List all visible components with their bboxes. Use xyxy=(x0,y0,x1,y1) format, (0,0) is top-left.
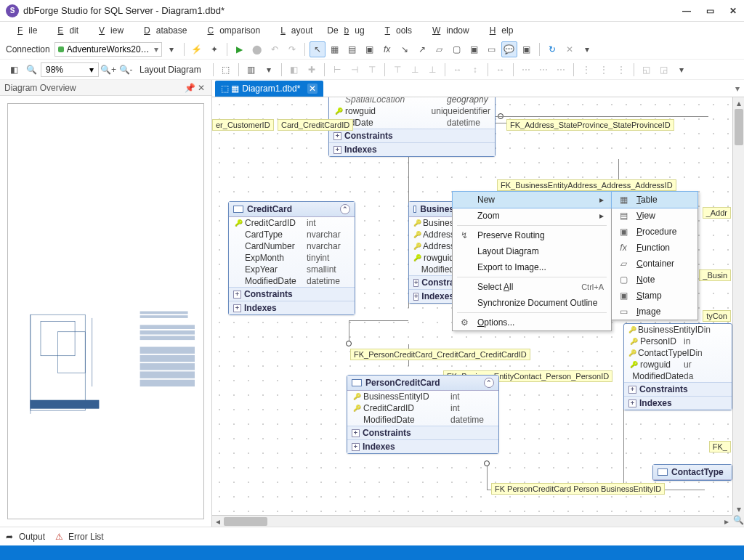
delete-button[interactable]: ✕ xyxy=(562,41,578,57)
function-tool-icon[interactable]: fx xyxy=(379,41,395,57)
pointer-tool-icon[interactable]: ↖ xyxy=(310,41,326,57)
image-tool-icon[interactable]: ▭ xyxy=(484,41,500,57)
align-bottom-icon[interactable]: ⊥ xyxy=(424,62,440,78)
expand-icon[interactable]: + xyxy=(352,443,360,451)
panel-close-icon[interactable]: ✕ xyxy=(195,83,207,93)
panel-output[interactable]: ➦ Output xyxy=(6,532,45,542)
menu-database[interactable]: Database xyxy=(132,24,193,37)
maximize-button[interactable]: ▭ xyxy=(705,6,715,16)
zoom-in-icon[interactable]: 🔍+ xyxy=(100,62,116,78)
same-width-icon[interactable]: ↔ xyxy=(493,62,509,78)
ctx-export-image[interactable]: Export to Image... xyxy=(453,259,611,275)
sub-function[interactable]: fxFunction xyxy=(612,240,698,256)
tab-close-icon[interactable]: ✕ xyxy=(307,84,318,94)
space-h2-icon[interactable]: ⋯ xyxy=(535,62,551,78)
zoom-out-icon[interactable]: 🔍- xyxy=(118,62,134,78)
plug-icon[interactable]: ⚡ xyxy=(189,41,205,57)
sub-container[interactable]: ▱Container xyxy=(612,256,698,272)
view-tool-icon[interactable]: ▤ xyxy=(344,41,360,57)
sub-view[interactable]: ▤View xyxy=(612,208,698,224)
menu-window[interactable]: Window xyxy=(421,24,475,37)
space-v3-icon[interactable]: ⋮ xyxy=(613,62,629,78)
redo-button[interactable]: ↷ xyxy=(284,41,300,57)
expand-icon[interactable]: + xyxy=(352,429,360,437)
container-tool-icon[interactable]: ▱ xyxy=(432,41,448,57)
comment-tool-icon[interactable]: 💬 xyxy=(501,41,517,57)
ctx-new[interactable]: New▸ ▦Table ▤View ▣Procedure fxFunction … xyxy=(452,191,612,208)
ctx-layout-diagram[interactable]: Layout Diagram xyxy=(453,243,611,259)
align-add-icon[interactable]: ✚ xyxy=(304,62,320,78)
expand-icon[interactable]: + xyxy=(628,399,636,407)
search-icon[interactable]: 🔍 xyxy=(23,62,39,78)
space-v-icon[interactable]: ⋮ xyxy=(578,62,594,78)
ctx-select-all[interactable]: Select AllCtrl+A xyxy=(453,279,611,295)
tab-diagram1[interactable]: ⬚ ▦ Diagram1.dbd* ✕ xyxy=(215,81,323,97)
send-back-icon[interactable]: ◱ xyxy=(639,62,655,78)
expand-icon[interactable]: + xyxy=(233,291,241,299)
pin-icon[interactable]: 📌 xyxy=(184,83,195,93)
table-tool-icon[interactable]: ▦ xyxy=(327,41,343,57)
canvas-scrollbar-h[interactable]: ◂▸ xyxy=(212,515,732,527)
entity-address-partial[interactable]: SpatialLocationgeography rowguiduniqueid… xyxy=(328,97,496,157)
entity-contacttype-partial[interactable]: ContactType xyxy=(652,464,732,481)
panel-error-list[interactable]: ⚠ Error List xyxy=(55,532,104,542)
relation-tool-icon[interactable]: ↘ xyxy=(397,41,413,57)
text-tool-icon[interactable]: ▣ xyxy=(519,41,535,57)
expand-icon[interactable]: + xyxy=(628,386,636,394)
more-dropdown[interactable]: ▾ xyxy=(579,41,595,57)
stamp-tool-icon[interactable]: ▣ xyxy=(466,41,482,57)
tree-layout-icon[interactable]: ⬚ xyxy=(218,62,234,78)
sub-procedure[interactable]: ▣Procedure xyxy=(612,224,698,240)
align-left-icon[interactable]: ⊢ xyxy=(329,62,345,78)
tabstrip-dropdown[interactable]: ▾ xyxy=(735,84,740,94)
expand-icon[interactable]: + xyxy=(333,132,341,140)
entity-businessentitycontact-partial[interactable]: BusinessEntityIDin PersonIDin ContactTyp… xyxy=(623,323,732,410)
context-menu[interactable]: New▸ ▦Table ▤View ▣Procedure fxFunction … xyxy=(452,191,612,331)
canvas-scrollbar-v[interactable]: ▴▾ xyxy=(732,97,744,515)
expand-icon[interactable]: + xyxy=(333,146,341,154)
space-v2-icon[interactable]: ⋮ xyxy=(596,62,612,78)
zoom-dropdown[interactable]: 98%▾ xyxy=(41,62,99,77)
menu-tools[interactable]: Tools xyxy=(373,24,418,37)
entity-personcreditcard[interactable]: PersonCreditCard⌃ BusinessEntityIDint Cr… xyxy=(347,375,499,454)
menu-comparison[interactable]: Comparison xyxy=(195,24,266,37)
sub-note[interactable]: ▢Note xyxy=(612,272,698,288)
refresh-button[interactable]: ↻ xyxy=(544,41,560,57)
collapse-icon[interactable]: ⌃ xyxy=(484,378,494,388)
execute-button[interactable]: ▶ xyxy=(232,41,248,57)
procedure-tool-icon[interactable]: ▣ xyxy=(362,41,378,57)
sub-stamp[interactable]: ▣Stamp xyxy=(612,288,698,304)
undo-button[interactable]: ↶ xyxy=(267,41,283,57)
sub-table[interactable]: ▦Table xyxy=(611,191,698,208)
ctx-preserve-routing[interactable]: ↯Preserve Routing xyxy=(453,227,611,243)
page-setup-icon[interactable]: ▥ xyxy=(243,62,259,78)
ctx-sync-outline[interactable]: Synchronize Document Outline xyxy=(453,295,611,311)
space-h-icon[interactable]: ⋯ xyxy=(518,62,534,78)
page-setup-dd[interactable]: ▾ xyxy=(261,62,277,78)
menu-view[interactable]: View xyxy=(87,24,129,37)
menu-edit[interactable]: Edit xyxy=(46,24,84,37)
diagram-canvas[interactable]: SpatialLocationgeography rowguiduniqueid… xyxy=(212,97,744,527)
toolbar2-dd[interactable]: ▾ xyxy=(674,62,690,78)
align-top-icon[interactable]: ⊤ xyxy=(389,62,405,78)
menu-layout[interactable]: Layout xyxy=(269,24,318,37)
expand-icon[interactable]: + xyxy=(413,293,418,301)
entity-creditcard[interactable]: CreditCard⌃ CreditCardIDint CardTypenvar… xyxy=(228,201,355,315)
ctx-zoom[interactable]: Zoom▸ xyxy=(453,208,611,224)
overview-icon[interactable]: ◧ xyxy=(6,62,22,78)
align-left-dd-icon[interactable]: ◧ xyxy=(286,62,302,78)
menu-file[interactable]: File xyxy=(6,24,43,37)
close-button[interactable]: ✕ xyxy=(728,6,738,16)
expand-icon[interactable]: + xyxy=(233,304,241,312)
align-right-icon[interactable]: ⊤ xyxy=(364,62,380,78)
expand-icon[interactable]: + xyxy=(413,279,418,287)
canvas-zoom-corner-icon[interactable]: 🔍 xyxy=(732,515,744,527)
connection-picker-button[interactable]: ▾ xyxy=(163,41,179,57)
distribute-h-icon[interactable]: ↔ xyxy=(450,62,466,78)
space-h3-icon[interactable]: ⋯ xyxy=(553,62,569,78)
menu-debug[interactable]: Debug xyxy=(321,24,370,37)
menu-help[interactable]: Help xyxy=(478,24,519,37)
unplug-icon[interactable]: ✦ xyxy=(206,41,222,57)
sub-image[interactable]: ▭Image xyxy=(612,304,698,320)
ctx-options[interactable]: ⚙Options... xyxy=(453,315,611,330)
